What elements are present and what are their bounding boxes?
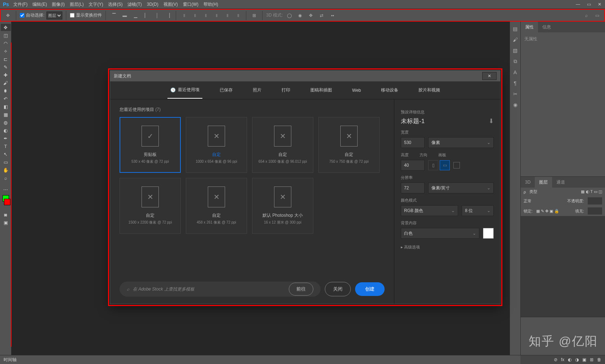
link-layers-icon[interactable]: ⊘ bbox=[554, 357, 557, 362]
tab-recent[interactable]: 🕓 最近使用项 bbox=[167, 82, 202, 99]
preset-2[interactable]: ✕ 自定 654 x 1000 像素 @ 96.012 ppi bbox=[252, 117, 313, 173]
menu-type[interactable]: 文字(Y) bbox=[89, 1, 103, 8]
slide-3d-icon[interactable]: ⇄ bbox=[317, 11, 326, 20]
distribute-right-icon[interactable]: ⫴ bbox=[234, 11, 242, 20]
save-preset-icon[interactable]: ⬇ bbox=[489, 117, 494, 125]
new-layer-icon[interactable]: ⊞ bbox=[590, 357, 593, 362]
group-icon[interactable]: ▣ bbox=[582, 357, 586, 362]
preset-1[interactable]: ✕ 自定 1000 x 654 像素 @ 96 ppi bbox=[186, 117, 247, 173]
stock-search[interactable]: ⌕ 在 Adobe Stock 上查找更多模板 前往 bbox=[120, 282, 321, 297]
menu-image[interactable]: 图像(I) bbox=[52, 1, 64, 8]
lasso-tool[interactable]: ◠ bbox=[1, 40, 11, 47]
gradient-tool[interactable]: ▦ bbox=[1, 111, 11, 118]
preset-6[interactable]: ✕ 默认 Photoshop 大小 16 x 12 厘米 @ 300 ppi bbox=[252, 178, 313, 234]
marquee-tool[interactable]: ◫ bbox=[1, 32, 11, 39]
menu-3d[interactable]: 3D(D) bbox=[147, 2, 158, 7]
distribute-hcenter-icon[interactable]: ⫴ bbox=[223, 11, 232, 20]
minimize-button[interactable]: — bbox=[573, 0, 583, 8]
align-vcenter-icon[interactable]: ▬ bbox=[120, 11, 129, 20]
align-right-icon[interactable]: ▕ bbox=[163, 11, 172, 20]
distribute-vcenter-icon[interactable]: ⫴ bbox=[191, 11, 199, 20]
advanced-options[interactable]: ▸ 高级选项 bbox=[401, 244, 494, 250]
go-button[interactable]: 前往 bbox=[289, 283, 313, 296]
wand-tool[interactable]: ✧ bbox=[1, 48, 11, 55]
menu-file[interactable]: 文件(F) bbox=[13, 1, 27, 8]
eraser-tool[interactable]: ◧ bbox=[1, 103, 11, 110]
preset-3[interactable]: ✕ 自定 750 x 750 像素 @ 72 ppi bbox=[318, 117, 380, 173]
tab-photo[interactable]: 照片 bbox=[250, 82, 264, 98]
brush-preset-icon[interactable]: ▧ bbox=[513, 48, 517, 53]
tab-channels[interactable]: 通道 bbox=[552, 177, 569, 188]
distribute-left-icon[interactable]: ⫴ bbox=[212, 11, 221, 20]
mask-icon[interactable]: ◐ bbox=[568, 357, 572, 362]
heal-tool[interactable]: ✚ bbox=[1, 71, 11, 78]
preset-4[interactable]: ✕ 自定 1500 x 2200 像素 @ 72 ppi bbox=[120, 178, 181, 234]
brush-tool[interactable]: 🖌 bbox=[1, 79, 11, 86]
menu-help[interactable]: 帮助(H) bbox=[203, 1, 218, 8]
tab-saved[interactable]: 已保存 bbox=[217, 82, 236, 98]
trash-icon[interactable]: 🗑 bbox=[597, 357, 601, 362]
para-panel-icon[interactable]: ¶ bbox=[514, 80, 517, 86]
menu-select[interactable]: 选择(S) bbox=[108, 1, 122, 8]
blend-mode[interactable]: 正常 bbox=[524, 198, 532, 204]
tab-properties[interactable]: 属性 bbox=[521, 22, 538, 32]
orient-landscape[interactable]: ▭ bbox=[440, 160, 450, 170]
close-button[interactable]: 关闭 bbox=[325, 282, 351, 296]
edit-toolbar[interactable]: ⋯ bbox=[1, 186, 11, 193]
menu-edit[interactable]: 编辑(E) bbox=[32, 1, 47, 8]
artboard-checkbox[interactable] bbox=[453, 162, 460, 168]
fill-input[interactable] bbox=[588, 207, 602, 215]
orient-portrait[interactable]: ▯ bbox=[428, 160, 438, 170]
swatches-panel-icon[interactable]: ✂ bbox=[513, 91, 517, 97]
auto-select-checkbox[interactable]: 自动选择: bbox=[20, 12, 44, 18]
filter-kind[interactable]: 类型 bbox=[529, 189, 537, 194]
tab-film[interactable]: 胶片和视频 bbox=[416, 82, 443, 98]
menu-window[interactable]: 窗口(W) bbox=[183, 1, 198, 8]
dodge-tool[interactable]: ◐ bbox=[1, 127, 11, 134]
tab-web[interactable]: Web bbox=[349, 83, 364, 98]
char-panel-icon[interactable]: A bbox=[514, 69, 517, 75]
move-tool[interactable]: ✥ bbox=[1, 24, 11, 31]
quickmask-tool[interactable]: ◙ bbox=[1, 211, 11, 218]
resolution-unit[interactable]: 像素/英寸 bbox=[428, 183, 494, 193]
menu-view[interactable]: 视图(V) bbox=[163, 1, 178, 8]
resolution-input[interactable] bbox=[401, 183, 425, 193]
path-tool[interactable]: ↖ bbox=[1, 150, 11, 158]
search-icon[interactable]: ⌕ bbox=[582, 11, 591, 20]
auto-align-icon[interactable]: ⊞ bbox=[250, 11, 259, 20]
brush-panel-icon[interactable]: 🖌 bbox=[513, 37, 518, 42]
close-window-button[interactable]: ✕ bbox=[594, 0, 605, 8]
bg-swatch[interactable] bbox=[483, 228, 494, 239]
bg-select[interactable]: 白色 bbox=[401, 228, 479, 239]
workspace-icon[interactable]: ▭ bbox=[593, 11, 601, 20]
show-transform-checkbox[interactable]: 显示变换控件 bbox=[70, 12, 102, 18]
align-hcenter-icon[interactable]: │ bbox=[153, 11, 161, 20]
dialog-close-button[interactable]: ✕ bbox=[482, 72, 497, 80]
preset-5[interactable]: ✕ 自定 458 x 261 像素 @ 72 ppi bbox=[186, 178, 247, 234]
bit-depth[interactable]: 8 位 bbox=[462, 205, 494, 216]
blur-tool[interactable]: ◍ bbox=[1, 119, 11, 126]
height-input[interactable] bbox=[401, 160, 425, 171]
color-mode[interactable]: RGB 颜色 bbox=[401, 205, 458, 216]
type-tool[interactable]: T bbox=[1, 143, 11, 150]
align-left-icon[interactable]: ▏ bbox=[142, 11, 151, 20]
pen-tool[interactable]: ✒ bbox=[1, 135, 11, 142]
history-brush-tool[interactable]: ↶ bbox=[1, 95, 11, 102]
tab-art[interactable]: 图稿和插图 bbox=[308, 82, 335, 98]
crop-tool[interactable]: ⊏ bbox=[1, 55, 11, 63]
clone-panel-icon[interactable]: ⧉ bbox=[514, 58, 517, 64]
pan-3d-icon[interactable]: ✥ bbox=[306, 11, 315, 20]
background-color[interactable] bbox=[4, 199, 10, 205]
distribute-bottom-icon[interactable]: ⫴ bbox=[201, 11, 210, 20]
tab-layers[interactable]: 图层 bbox=[535, 177, 552, 188]
opacity-input[interactable] bbox=[588, 197, 602, 205]
orbit-3d-icon[interactable]: ◯ bbox=[285, 11, 293, 20]
distribute-top-icon[interactable]: ⫴ bbox=[180, 11, 188, 20]
width-input[interactable] bbox=[401, 137, 425, 148]
roll-3d-icon[interactable]: ◉ bbox=[296, 11, 304, 20]
color-panel-icon[interactable]: ◉ bbox=[513, 102, 517, 108]
fx-icon[interactable]: fx bbox=[561, 357, 564, 362]
align-top-icon[interactable]: ▔ bbox=[109, 11, 118, 20]
stamp-tool[interactable]: ⧯ bbox=[1, 87, 11, 94]
eyedropper-tool[interactable]: ✎ bbox=[1, 63, 11, 71]
